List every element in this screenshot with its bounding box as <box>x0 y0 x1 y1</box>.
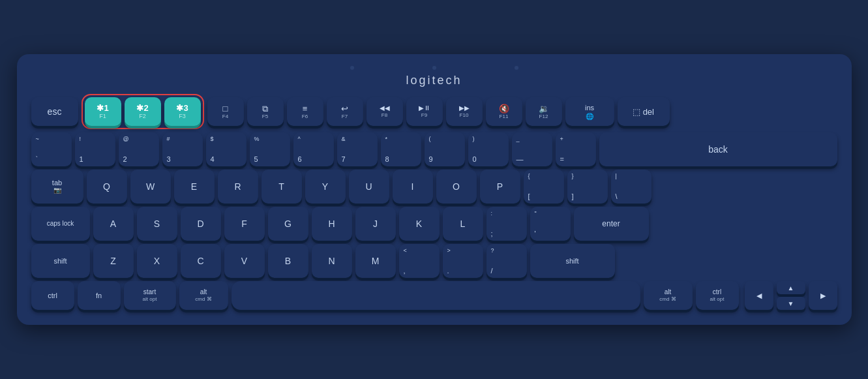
key-2[interactable]: @ 2 <box>119 132 159 166</box>
key-shift-right[interactable]: shift <box>530 244 615 278</box>
keyboard: logitech esc ✱1 F1 ✱2 F2 ✱3 F3 □ F4 ⧉ <box>17 54 852 325</box>
key-f11[interactable]: 🔇 F11 <box>486 97 522 126</box>
key-semicolon[interactable]: : ; <box>486 207 527 241</box>
key-j[interactable]: J <box>355 207 396 241</box>
key-a[interactable]: A <box>93 207 134 241</box>
key-f8[interactable]: ◀◀ F8 <box>367 97 403 126</box>
key-backslash[interactable]: | \ <box>611 170 651 204</box>
key-q[interactable]: Q <box>87 170 127 204</box>
key-5[interactable]: % 5 <box>250 132 290 166</box>
key-f9[interactable]: ▶⏸ F9 <box>406 97 443 126</box>
key-z[interactable]: Z <box>93 244 134 278</box>
key-comma[interactable]: < , <box>399 244 440 278</box>
key-c[interactable]: C <box>181 244 221 278</box>
arrow-up-down-col: ▲ ▼ <box>777 281 805 310</box>
key-alt-right[interactable]: alt cmd ⌘ <box>644 281 693 310</box>
key-8[interactable]: * 8 <box>381 132 421 166</box>
key-ins[interactable]: ins 🌐 <box>565 97 614 126</box>
key-backspace[interactable]: back <box>599 132 837 166</box>
key-arrow-up[interactable]: ▲ <box>777 281 805 294</box>
key-n[interactable]: N <box>312 244 352 278</box>
key-enter[interactable]: enter <box>574 207 649 241</box>
key-tab[interactable]: tab 📷 <box>31 170 83 204</box>
arrow-group: ◀ ▲ ▼ ▶ <box>745 281 837 310</box>
key-o[interactable]: O <box>436 170 477 204</box>
key-4[interactable]: $ 4 <box>206 132 247 166</box>
led-left <box>350 66 354 70</box>
key-f12[interactable]: 🔉 F12 <box>526 97 562 126</box>
key-6[interactable]: ^ 6 <box>293 132 334 166</box>
key-1[interactable]: ! 1 <box>75 132 115 166</box>
key-x[interactable]: X <box>137 244 177 278</box>
key-r[interactable]: R <box>218 170 258 204</box>
key-lbracket[interactable]: { [ <box>524 170 564 204</box>
key-rbracket[interactable]: } ] <box>567 170 608 204</box>
key-period[interactable]: > . <box>443 244 483 278</box>
key-start[interactable]: start alt opt <box>124 281 176 310</box>
key-0[interactable]: ) 0 <box>468 132 509 166</box>
key-w[interactable]: W <box>130 170 171 204</box>
key-f10[interactable]: ▶▶ F10 <box>446 97 483 126</box>
key-g[interactable]: G <box>268 207 308 241</box>
key-minus[interactable]: _ — <box>512 132 552 166</box>
key-ctrl-left[interactable]: ctrl <box>31 281 74 310</box>
zxcv-row: shift Z X C V B N M < , > . ? / shift <box>31 244 837 278</box>
bottom-row: ctrl fn start alt opt alt cmd ⌘ alt cmd … <box>31 281 837 310</box>
key-b[interactable]: B <box>268 244 308 278</box>
key-f4[interactable]: □ F4 <box>207 97 244 126</box>
key-equals[interactable]: + = <box>556 132 596 166</box>
key-del[interactable]: ⬚ del <box>618 97 670 126</box>
key-bt1[interactable]: ✱1 F1 <box>85 97 121 126</box>
key-ctrl-right[interactable]: ctrl alt opt <box>696 281 739 310</box>
key-quote[interactable]: " ' <box>530 207 571 241</box>
key-i[interactable]: I <box>393 170 433 204</box>
key-esc[interactable]: esc <box>31 97 78 126</box>
key-h[interactable]: H <box>312 207 352 241</box>
key-u[interactable]: U <box>349 170 389 204</box>
key-f7[interactable]: ↩ F7 <box>327 97 363 126</box>
key-p[interactable]: P <box>480 170 520 204</box>
key-d[interactable]: D <box>181 207 221 241</box>
key-9[interactable]: ( 9 <box>425 132 465 166</box>
key-f6[interactable]: ≡ F6 <box>287 97 323 126</box>
key-tilde[interactable]: ~ ` <box>31 132 72 166</box>
key-arrow-down[interactable]: ▼ <box>777 297 805 310</box>
key-t[interactable]: T <box>262 170 302 204</box>
key-3[interactable]: # 3 <box>162 132 203 166</box>
num-row: ~ ` ! 1 @ 2 # 3 $ 4 % 5 ^ 6 & 7 <box>31 132 837 166</box>
key-l[interactable]: L <box>443 207 483 241</box>
key-e[interactable]: E <box>174 170 215 204</box>
key-7[interactable]: & 7 <box>337 132 378 166</box>
key-f5[interactable]: ⧉ F5 <box>247 97 284 126</box>
key-arrow-left[interactable]: ◀ <box>745 281 773 310</box>
key-fn[interactable]: fn <box>78 281 121 310</box>
key-f[interactable]: F <box>224 207 265 241</box>
key-caps-lock[interactable]: caps lock <box>31 207 90 241</box>
qwerty-row: tab 📷 Q W E R T Y U I O P { [ } ] | \ <box>31 170 837 204</box>
key-space[interactable] <box>232 281 640 310</box>
key-k[interactable]: K <box>399 207 440 241</box>
key-v[interactable]: V <box>224 244 265 278</box>
key-arrow-right[interactable]: ▶ <box>809 281 837 310</box>
key-alt-left[interactable]: alt cmd ⌘ <box>179 281 228 310</box>
key-shift-left[interactable]: shift <box>31 244 90 278</box>
key-s[interactable]: S <box>137 207 177 241</box>
bt-highlight-box: ✱1 F1 ✱2 F2 ✱3 F3 <box>82 94 204 129</box>
key-bt3[interactable]: ✱3 F3 <box>164 97 201 126</box>
key-y[interactable]: Y <box>305 170 346 204</box>
asdf-row: caps lock A S D F G H J K L : ; " ' ente… <box>31 207 837 241</box>
key-m[interactable]: M <box>355 244 396 278</box>
led-indicators <box>31 66 837 70</box>
led-right <box>515 66 518 70</box>
key-slash[interactable]: ? / <box>486 244 527 278</box>
fn-row: esc ✱1 F1 ✱2 F2 ✱3 F3 □ F4 ⧉ F5 ≡ <box>31 94 837 129</box>
key-bt2[interactable]: ✱2 F2 <box>125 97 161 126</box>
logo: logitech <box>31 74 837 87</box>
led-center <box>432 66 436 70</box>
